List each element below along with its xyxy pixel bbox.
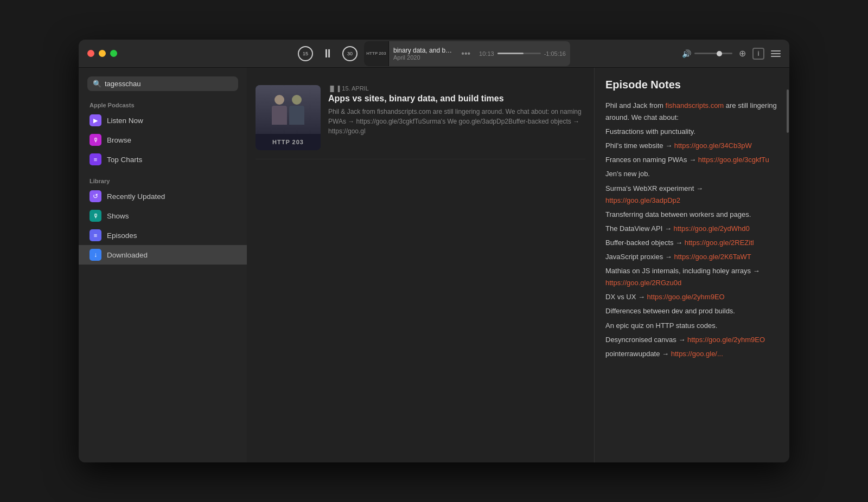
sidebar-item-recently-updated[interactable]: ↺ Recently Updated <box>79 186 247 206</box>
close-button[interactable] <box>87 50 94 57</box>
info-icon: i <box>757 49 760 57</box>
skip-forward-button[interactable]: 30 <box>342 46 358 61</box>
notes-title: Episode Notes <box>605 79 778 91</box>
persons-silhouette <box>272 95 304 125</box>
notes-link-dx-ux[interactable]: https://goo.gle/2yhm9EO <box>647 293 725 301</box>
notes-link-desync[interactable]: https://goo.gle/2yhm9EO <box>687 336 765 344</box>
pause-button[interactable]: ⏸ <box>322 47 334 61</box>
search-input[interactable] <box>105 80 233 88</box>
notes-item-mathias: Mathias on JS internals, including holey… <box>605 265 778 289</box>
notes-intro-link[interactable]: fishandscripts.com <box>666 101 724 110</box>
library-section-header: Library <box>79 176 247 186</box>
notes-link-phils-time[interactable]: https://goo.gle/34Cb3pW <box>674 141 752 150</box>
top-charts-label: Top Charts <box>107 156 142 164</box>
shows-icon: 🎙 <box>90 210 101 222</box>
browse-label: Browse <box>107 136 131 144</box>
episode-description: Phil & Jack from fishandscripts.com are … <box>328 107 585 136</box>
notes-item-surma-text: Surma's WebXR experiment → <box>605 184 703 192</box>
airplay-button[interactable]: ⊕ <box>739 48 746 59</box>
notes-item-desync-text: Desyncronised canvas → <box>605 336 687 344</box>
notes-link-mathias[interactable]: https://goo.gle/2RGzu0d <box>605 279 681 287</box>
sidebar-item-episodes[interactable]: ≡ Episodes <box>79 226 247 245</box>
episode-thumb-inner: HTTP 203 <box>256 85 321 150</box>
notes-link-surma[interactable]: https://goo.gle/3adpDp2 <box>605 196 680 204</box>
top-charts-icon: ≡ <box>90 153 101 165</box>
notes-item-dx-ux: DX vs UX → https://goo.gle/2yhm9EO <box>605 291 778 303</box>
now-playing-card: HTTP 203 binary data, and build time Apr… <box>364 41 570 66</box>
now-playing-date: April 2020 <box>393 54 452 61</box>
scrollbar-track <box>786 68 789 462</box>
traffic-lights <box>87 50 117 57</box>
titlebar-right: 🔊 ⊕ i <box>682 48 781 60</box>
notes-link-dataview[interactable]: https://goo.gle/2ydWhd0 <box>674 224 750 233</box>
notes-item-phils-time: Phil's time website → https://goo.gle/34… <box>605 140 778 152</box>
notes-item-dx-ux-text: DX vs UX → <box>605 293 647 301</box>
sidebar: 🔍 Apple Podcasts ▶ Listen Now 🎙 Browse <box>79 68 247 462</box>
player-controls: 15 ⏸ 30 <box>298 46 358 61</box>
notes-panel: Episode Notes Phil and Jack from fishand… <box>594 68 789 462</box>
minimize-button[interactable] <box>99 50 106 57</box>
episode-info: ▐▌▐ 15. APRIL Apps vs sites, binary data… <box>328 85 585 150</box>
notes-item-proxies: JavaScript proxies → https://goo.gle/2K6… <box>605 251 778 263</box>
menu-line-3 <box>771 56 781 57</box>
volume-icon: 🔊 <box>682 49 691 58</box>
skip-back-label: 15 <box>303 51 308 56</box>
titlebar-center: 15 ⏸ 30 HTTP 203 binary data, and build … <box>298 41 570 66</box>
notes-item-proxies-text: JavaScript proxies → <box>605 253 674 261</box>
notes-item-pointer: pointerrawupdate → https://goo.gle/... <box>605 348 778 360</box>
sidebar-item-browse[interactable]: 🎙 Browse <box>79 130 247 150</box>
notes-link-frances[interactable]: https://goo.gle/3cgkfTu <box>698 156 769 164</box>
notes-item-dataview-text: The DataView API → <box>605 224 674 233</box>
episodes-icon: ≡ <box>90 229 101 241</box>
notes-item-surma: Surma's WebXR experiment → https://goo.g… <box>605 183 778 207</box>
episode-thumbnail: HTTP 203 <box>256 85 321 150</box>
menu-line-1 <box>771 50 781 52</box>
skip-back-button[interactable]: 15 <box>298 46 313 61</box>
sidebar-item-shows[interactable]: 🎙 Shows <box>79 206 247 226</box>
episodes-label: Episodes <box>107 231 137 240</box>
notes-intro: Phil and Jack from fishandscripts.com ar… <box>605 100 778 124</box>
volume-knob <box>717 51 722 56</box>
now-playing-thumb-label: HTTP 203 <box>366 51 386 56</box>
library-section: Library ↺ Recently Updated 🎙 Shows ≡ <box>79 176 247 265</box>
search-wrapper: 🔍 <box>87 76 238 91</box>
notes-intro-text: Phil and Jack from <box>605 101 666 110</box>
progress-bar[interactable] <box>497 53 541 54</box>
sidebar-item-downloaded[interactable]: ↓ Downloaded <box>79 245 247 265</box>
progress-fill <box>497 53 524 54</box>
person-1 <box>272 95 287 125</box>
notes-item-fustractions: Fustractions with punctuality. <box>605 126 778 138</box>
now-playing-menu-button[interactable]: ••• <box>457 49 475 59</box>
scrollbar-thumb[interactable] <box>787 89 789 133</box>
menu-button[interactable] <box>771 50 781 57</box>
person-2 <box>289 95 304 125</box>
downloaded-icon: ↓ <box>90 249 101 261</box>
remaining-time: -1:05:16 <box>544 50 566 57</box>
notes-content: Phil and Jack from fishandscripts.com ar… <box>605 100 778 360</box>
notes-link-proxies[interactable]: https://goo.gle/2K6TaWT <box>674 253 751 261</box>
info-button[interactable]: i <box>752 48 764 60</box>
progress-area: 10:13 -1:05:16 <box>475 50 570 57</box>
episode-date-text: 15. APRIL <box>342 85 369 92</box>
notes-item-pointer-text: pointerrawupdate → <box>605 350 671 358</box>
episode-thumb-label: HTTP 203 <box>256 134 321 150</box>
episode-item[interactable]: HTTP 203 ▐▌▐ 15. APRIL Apps vs sites, bi… <box>256 76 585 159</box>
shows-label: Shows <box>107 212 129 220</box>
notes-link-pointer[interactable]: https://goo.gle/... <box>671 350 723 358</box>
main-window: 15 ⏸ 30 HTTP 203 binary data, and build … <box>79 40 789 462</box>
volume-slider[interactable] <box>694 53 732 54</box>
episodes-panel: HTTP 203 ▐▌▐ 15. APRIL Apps vs sites, bi… <box>247 68 594 462</box>
now-playing-thumbnail: HTTP 203 <box>364 41 389 66</box>
notes-item-mathias-text: Mathias on JS internals, including holey… <box>605 267 760 275</box>
sidebar-item-listen-now[interactable]: ▶ Listen Now <box>79 111 247 130</box>
bars-icon: ▐▌▐ <box>328 86 340 92</box>
sidebar-item-top-charts[interactable]: ≡ Top Charts <box>79 150 247 169</box>
episode-title: Apps vs sites, binary data, and build ti… <box>328 94 585 104</box>
notes-item-frances-text: Frances on naming PWAs → <box>605 156 698 164</box>
main-content: 🔍 Apple Podcasts ▶ Listen Now 🎙 Browse <box>79 68 789 462</box>
maximize-button[interactable] <box>110 50 117 57</box>
skip-forward-label: 30 <box>347 51 353 56</box>
notes-link-buffer[interactable]: https://goo.gle/2REZitl <box>685 239 754 247</box>
recently-updated-label: Recently Updated <box>107 192 165 201</box>
notes-item-frances: Frances on naming PWAs → https://goo.gle… <box>605 154 778 166</box>
